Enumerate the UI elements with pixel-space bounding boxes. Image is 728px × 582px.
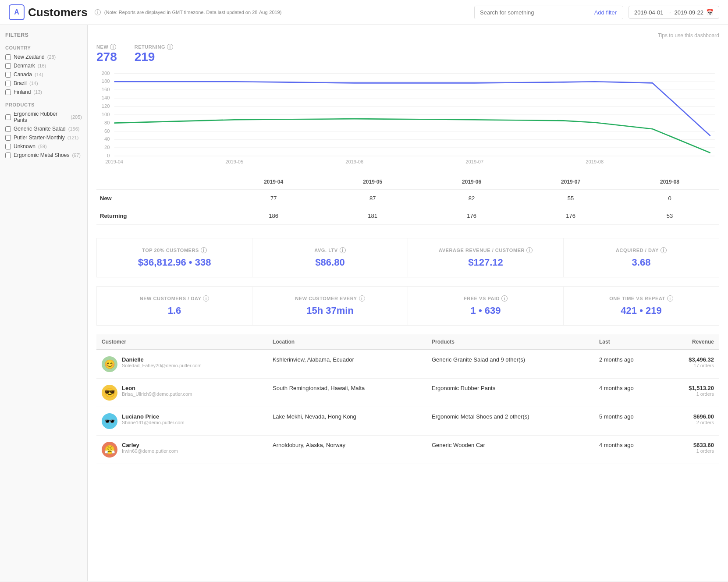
table-row[interactable]: 😤 Carley Irwin60@demo.putler.com Arnoldo… (96, 436, 719, 464)
returning-info-icon[interactable]: i (167, 44, 173, 50)
customers-column-header: Products (426, 334, 594, 350)
svg-text:120: 120 (102, 103, 110, 109)
tips-link[interactable]: Tips to use this dashboard (658, 32, 719, 39)
country-checkbox[interactable] (5, 63, 11, 69)
country-filter-item: Denmark (16) (5, 63, 82, 69)
country-filter-item: New Zealand (28) (5, 54, 82, 60)
row-value: 53 (620, 207, 719, 225)
metric-info-icon[interactable]: i (359, 295, 365, 302)
location-cell: Arnoldobury, Alaska, Norway (267, 436, 426, 464)
metric-cell: NEW CUSTOMERS / DAY i 1.6 (97, 287, 252, 326)
product-checkbox[interactable] (5, 153, 11, 158)
app-header: A Customers i (Note: Reports are display… (0, 0, 728, 25)
country-count: (16) (38, 63, 46, 68)
country-checkbox[interactable] (5, 81, 11, 86)
table-row[interactable]: 😊 Danielle Soledad_Fahey20@demo.putler.c… (96, 350, 719, 379)
main-content: Tips to use this dashboard NEW i 278 RET… (88, 25, 728, 581)
country-label: Brazil (14, 80, 27, 86)
header-note: (Note: Reports are displayed in GMT time… (104, 10, 282, 15)
product-label: Ergonomic Rubber Pants (14, 111, 68, 123)
customer-cell: 😎 Leon Brisa_Ullrich9@demo.putler.com (96, 379, 267, 407)
customers-column-header: Last (594, 334, 664, 350)
country-checkbox[interactable] (5, 89, 11, 95)
product-checkbox[interactable] (5, 114, 11, 120)
metric-info-icon[interactable]: i (667, 295, 673, 302)
metric-label: ACQUIRED / DAY i (569, 247, 714, 253)
row-value: 0 (620, 190, 719, 207)
product-checkbox[interactable] (5, 144, 11, 149)
products-cell: Ergonomic Metal Shoes and 2 other(s) (426, 407, 594, 436)
products-section-title: PRODUCTS (5, 102, 82, 107)
metric-info-icon[interactable]: i (201, 247, 207, 253)
customer-name: Carley (122, 442, 178, 448)
table-row[interactable]: 🕶️ Luciano Price Shane141@demo.putler.co… (96, 407, 719, 436)
metric-cell: ACQUIRED / DAY i 3.68 (564, 238, 719, 277)
svg-text:100: 100 (102, 112, 110, 117)
revenue-amount: $696.00 (669, 413, 714, 420)
metric-info-icon[interactable]: i (501, 295, 508, 302)
search-input[interactable] (475, 6, 588, 19)
svg-text:2019-04: 2019-04 (105, 159, 123, 164)
customer-info: 😎 Leon Brisa_Ullrich9@demo.putler.com (102, 385, 262, 401)
metric-info-icon[interactable]: i (661, 247, 667, 253)
product-filter-item: Generic Granite Salad (156) (5, 126, 82, 132)
metric-cell: TOP 20% CUSTOMERS i $36,812.96 • 338 (97, 238, 252, 277)
metric-info-icon[interactable]: i (526, 247, 533, 253)
date-range[interactable]: 2019-04-01 → 2019-09-22 📅 (629, 6, 719, 19)
metrics-row2: NEW CUSTOMERS / DAY i 1.6 NEW CUSTOMER E… (96, 286, 719, 326)
row-value: 176 (521, 207, 620, 225)
metric-label: AVG. LTV i (258, 247, 402, 253)
logo-icon: A (9, 4, 25, 20)
avatar: 😊 (102, 356, 117, 372)
svg-text:40: 40 (104, 136, 110, 142)
period-column-header: 2019-05 (323, 174, 422, 190)
date-separator: → (666, 9, 672, 16)
country-filter-item: Canada (14) (5, 71, 82, 78)
header-info-icon[interactable]: i (95, 9, 101, 15)
country-checkbox[interactable] (5, 54, 11, 60)
avatar: 😎 (102, 385, 117, 401)
customer-email: Brisa_Ullrich9@demo.putler.com (122, 391, 192, 397)
products-cell: Generic Wooden Car (426, 436, 594, 464)
country-count: (28) (47, 54, 56, 60)
country-label: New Zealand (14, 54, 45, 60)
customer-info: 🕶️ Luciano Price Shane141@demo.putler.co… (102, 413, 262, 429)
metric-info-icon[interactable]: i (203, 295, 209, 302)
metric-value: 3.68 (569, 257, 714, 268)
metric-label: NEW CUSTOMERS / DAY i (102, 295, 247, 302)
revenue-orders: 2 orders (669, 420, 714, 425)
revenue-cell: $633.60 1 orders (664, 436, 719, 464)
country-checkbox[interactable] (5, 72, 11, 78)
metric-value: 1.6 (102, 305, 247, 316)
customer-cell: 😤 Carley Irwin60@demo.putler.com (96, 436, 267, 464)
row-value: 176 (422, 207, 521, 225)
row-value: 181 (323, 207, 422, 225)
new-value: 278 (96, 50, 117, 64)
product-checkbox[interactable] (5, 126, 11, 132)
product-checkbox[interactable] (5, 135, 11, 141)
new-info-icon[interactable]: i (110, 44, 116, 50)
metric-cell: FREE VS PAID i 1 • 639 (408, 287, 564, 326)
sidebar: FILTERS COUNTRY New Zealand (28) Denmark… (0, 25, 88, 581)
date-start: 2019-04-01 (634, 9, 664, 16)
metric-value: 1 • 639 (413, 305, 558, 316)
customers-column-header: Revenue (664, 334, 719, 350)
calendar-icon[interactable]: 📅 (706, 9, 714, 16)
metric-cell: NEW CUSTOMER EVERY i 15h 37min (252, 287, 408, 326)
new-stat: NEW i 278 (96, 44, 117, 64)
customer-info: 😊 Danielle Soledad_Fahey20@demo.putler.c… (102, 356, 262, 372)
svg-text:0: 0 (107, 153, 110, 158)
customer-info: 😤 Carley Irwin60@demo.putler.com (102, 442, 262, 458)
product-count: (205) (71, 114, 82, 120)
app-logo: A Customers (9, 4, 88, 20)
customers-column-header: Customer (96, 334, 267, 350)
product-count: (59) (38, 144, 47, 149)
metric-info-icon[interactable]: i (340, 247, 346, 253)
row-value: 55 (521, 190, 620, 207)
svg-text:2019-08: 2019-08 (586, 159, 604, 164)
table-row[interactable]: 😎 Leon Brisa_Ullrich9@demo.putler.com So… (96, 379, 719, 407)
svg-text:60: 60 (104, 128, 110, 133)
add-filter-button[interactable]: Add filter (588, 6, 623, 19)
country-label: Finland (14, 89, 31, 95)
new-label: NEW i (96, 44, 117, 50)
